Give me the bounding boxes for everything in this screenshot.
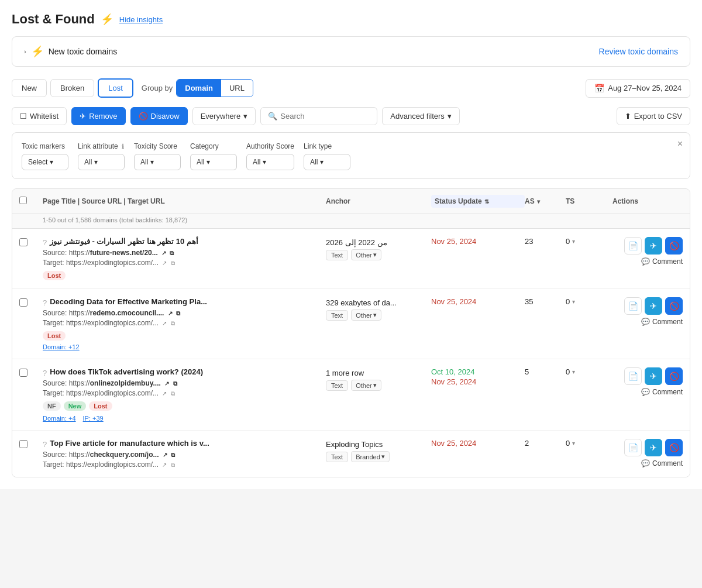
copy-action-icon[interactable]: 📄: [624, 297, 642, 315]
external-link-icon[interactable]: ↗: [168, 310, 173, 317]
row-checkbox[interactable]: [19, 238, 27, 246]
branded-tag-dropdown[interactable]: Branded ▾: [351, 451, 390, 462]
telegram-action-icon[interactable]: ✈: [645, 439, 662, 456]
disavow-action-icon[interactable]: 🚫: [665, 297, 683, 315]
copy-icon[interactable]: ⧉: [171, 452, 175, 458]
domain-plus-info[interactable]: Domain: +4: [43, 415, 76, 422]
search-box: 🔍: [260, 107, 377, 125]
toxicity-score-label: Toxicity Score: [134, 142, 181, 150]
comment-button[interactable]: 💬 Comment: [641, 459, 683, 467]
copy-icon[interactable]: ⧉: [170, 250, 174, 256]
authority-score-label: Authority Score: [246, 142, 294, 150]
advanced-filters-button[interactable]: Advanced filters ▾: [382, 107, 460, 125]
tab-broken[interactable]: Broken: [50, 79, 94, 97]
target-copy-icon[interactable]: ⧉: [171, 462, 175, 468]
group-by-label: Group by: [142, 84, 173, 92]
external-link-icon[interactable]: ↗: [161, 250, 166, 256]
group-by-domain[interactable]: Domain: [177, 80, 221, 97]
row-checkbox[interactable]: [19, 369, 27, 377]
category-select[interactable]: All ▾: [190, 154, 237, 170]
ip-plus-info[interactable]: IP: +39: [83, 415, 104, 422]
hide-insights-button[interactable]: Hide insights: [119, 15, 163, 24]
date-range-button[interactable]: 📅 Aug 27–Nov 25, 2024: [586, 79, 690, 98]
telegram-action-icon[interactable]: ✈: [645, 297, 662, 315]
row-ts[interactable]: 0 ▾: [566, 297, 612, 306]
row-title: Decoding Data for Effective Marketing Pl…: [50, 297, 207, 306]
authority-score-value: All: [253, 158, 260, 166]
authority-score-select[interactable]: All ▾: [246, 154, 294, 170]
row-ts[interactable]: 0 ▾: [566, 439, 612, 448]
target-copy-icon[interactable]: ⧉: [171, 320, 175, 326]
search-input[interactable]: [280, 112, 370, 121]
copy-action-icon[interactable]: 📄: [624, 367, 642, 385]
row-checkbox[interactable]: [19, 298, 27, 307]
external-link-icon[interactable]: ↗: [164, 380, 169, 387]
tab-new[interactable]: New: [12, 79, 47, 97]
row-ts[interactable]: 0 ▾: [566, 237, 612, 246]
remove-button[interactable]: ✈ Remove: [71, 107, 125, 125]
copy-action-icon[interactable]: 📄: [624, 237, 642, 255]
question-icon[interactable]: ?: [43, 298, 47, 307]
close-filter-button[interactable]: ×: [677, 139, 683, 149]
row-page-info: ? How does TikTok advertising work? (202…: [43, 367, 326, 422]
col-header-as[interactable]: AS ▾: [525, 197, 566, 205]
bolt-icon: ⚡: [101, 13, 113, 26]
toxicity-score-select[interactable]: All ▾: [134, 154, 181, 170]
group-by-url[interactable]: URL: [221, 80, 253, 97]
other-tag-dropdown[interactable]: Other ▾: [351, 249, 381, 260]
link-type-select[interactable]: All ▾: [304, 154, 350, 170]
disavow-label: Disavow: [151, 112, 180, 121]
question-icon[interactable]: ?: [43, 440, 47, 449]
action-icons: 📄 ✈ 🚫: [624, 297, 683, 315]
row-anchor: من 2022 إلى 2026 Text Other ▾: [326, 237, 431, 260]
row-as: 2: [525, 439, 566, 448]
location-chevron-icon: ▾: [243, 112, 247, 121]
toxic-markers-select[interactable]: Select ▾: [22, 154, 68, 170]
filter-toolbar: ☐ Whitelist ✈ Remove 🚫 Disavow Everywher…: [12, 107, 690, 125]
other-tag-dropdown[interactable]: Other ▾: [351, 380, 381, 391]
review-toxic-domains-link[interactable]: Review toxic domains: [599, 47, 678, 56]
lost-badge: Lost: [89, 401, 112, 411]
telegram-action-icon[interactable]: ✈: [645, 367, 662, 385]
toxic-bolt-icon: ⚡: [31, 45, 44, 58]
copy-action-icon[interactable]: 📄: [624, 439, 642, 456]
select-all-checkbox[interactable]: [19, 197, 27, 204]
link-attribute-select[interactable]: All ▾: [78, 154, 125, 170]
row-checkbox[interactable]: [19, 440, 27, 448]
col-header-status[interactable]: Status Update ⇅: [431, 195, 525, 208]
row-ts[interactable]: 0 ▾: [566, 367, 612, 376]
disavow-action-icon[interactable]: 🚫: [665, 237, 683, 255]
filter-columns: Toxic markers Select ▾ Link attribute ℹ …: [22, 142, 680, 170]
disavow-action-icon[interactable]: 🚫: [665, 439, 683, 456]
external-link-icon[interactable]: ↗: [163, 452, 167, 458]
table-row: ? Decoding Data for Effective Marketing …: [12, 289, 690, 359]
other-tag-dropdown[interactable]: Other ▾: [351, 310, 381, 321]
whitelist-button[interactable]: ☐ Whitelist: [12, 107, 67, 125]
disavow-button[interactable]: 🚫 Disavow: [130, 107, 188, 125]
target-copy-icon[interactable]: ⧉: [171, 390, 175, 397]
text-tag: Text: [326, 250, 348, 260]
disavow-action-icon[interactable]: 🚫: [665, 367, 683, 385]
expand-chevron-icon[interactable]: ›: [24, 48, 26, 55]
row-title-wrap: ? Top Five article for manufacture which…: [43, 439, 326, 449]
target-copy-icon[interactable]: ⧉: [171, 260, 175, 266]
tab-lost[interactable]: Lost: [98, 78, 133, 98]
copy-icon[interactable]: ⧉: [176, 310, 180, 317]
comment-button[interactable]: 💬 Comment: [641, 257, 683, 266]
telegram-action-icon[interactable]: ✈: [645, 237, 662, 255]
copy-icon[interactable]: ⧉: [173, 380, 177, 387]
target-external-link-icon[interactable]: ↗: [162, 390, 167, 397]
question-icon[interactable]: ?: [43, 238, 47, 247]
target-external-link-icon[interactable]: ↗: [162, 260, 167, 266]
domain-plus-info[interactable]: Domain: +12: [43, 343, 326, 350]
question-icon[interactable]: ?: [43, 369, 47, 377]
target-external-link-icon[interactable]: ↗: [162, 462, 167, 468]
location-select[interactable]: Everywhere ▾: [192, 107, 256, 125]
export-csv-button[interactable]: ⬆ Export to CSV: [617, 107, 690, 125]
authority-score-filter: Authority Score All ▾: [246, 142, 294, 170]
target-external-link-icon[interactable]: ↗: [162, 320, 167, 326]
toxicity-score-filter: Toxicity Score All ▾: [134, 142, 181, 170]
row-actions: 📄 ✈ 🚫 💬 Comment: [612, 237, 683, 266]
comment-button[interactable]: 💬 Comment: [641, 388, 683, 396]
comment-button[interactable]: 💬 Comment: [641, 318, 683, 326]
